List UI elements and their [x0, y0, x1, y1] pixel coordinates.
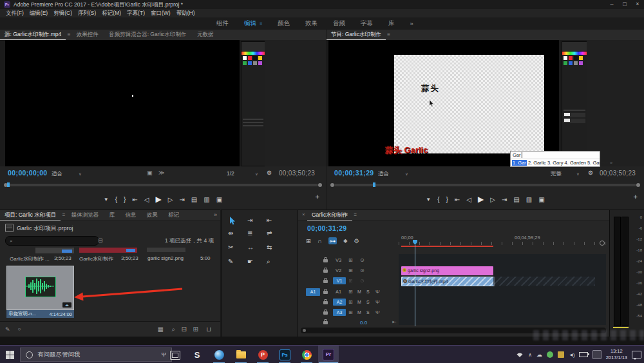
- step-forward-icon[interactable]: ▷: [490, 196, 495, 203]
- menu-clip[interactable]: 剪辑(C): [53, 10, 72, 17]
- ime-more-icon[interactable]: »: [610, 160, 612, 166]
- taskbar-app-p[interactable]: P: [252, 346, 273, 363]
- program-video-display[interactable]: 蒜头 蒜头 Garlic: [328, 40, 559, 166]
- button-editor-plus-icon[interactable]: +: [316, 193, 319, 201]
- rewind-icon[interactable]: ⇤: [392, 319, 397, 325]
- source-zoom-select[interactable]: 适合: [52, 170, 62, 178]
- timeline-timecode[interactable]: 00;00;31;29: [307, 224, 347, 232]
- item-name[interactable]: garlic sign2.png: [147, 255, 184, 261]
- ime-candidate-selected[interactable]: 1. Gar: [512, 160, 527, 166]
- breadcrumb[interactable]: Garlic 水印项目.prproj: [17, 224, 73, 233]
- automate-to-sequence-icon[interactable]: ▦: [158, 326, 164, 333]
- export-frame-icon[interactable]: ▣: [216, 196, 222, 203]
- tab-sequence[interactable]: Garlic水印制作: [307, 210, 352, 221]
- tab-audio-clip-mixer[interactable]: 音频剪辑混合器: Garlic水印制作: [104, 30, 191, 39]
- scrub-handle-left[interactable]: [330, 183, 334, 187]
- source-video-display[interactable]: [5, 40, 240, 166]
- track-meter-icon[interactable]: ⊞: [348, 268, 353, 273]
- track-label[interactable]: V2: [336, 268, 341, 273]
- go-to-out-icon[interactable]: ⇥: [179, 196, 184, 203]
- track-label[interactable]: A1: [336, 289, 341, 295]
- timeline-settings-icon[interactable]: ⚙: [354, 237, 359, 244]
- new-bin-icon[interactable]: ⊟: [182, 326, 187, 333]
- workspace-color[interactable]: 颜色: [278, 19, 290, 28]
- workspace-editing[interactable]: 编辑: [244, 19, 256, 28]
- item-name[interactable]: Garlic水印制作 ...: [10, 255, 52, 262]
- lock-icon[interactable]: [323, 291, 328, 294]
- minimize-button[interactable]: –: [605, 0, 618, 9]
- toggle-track-output-icon[interactable]: ⊙: [360, 257, 365, 263]
- lock-icon[interactable]: [323, 259, 328, 262]
- mark-in-icon[interactable]: {: [437, 196, 439, 203]
- toggle-track-output-icon[interactable]: ⊙: [360, 268, 365, 273]
- overwrite-icon[interactable]: ▥: [204, 196, 209, 203]
- battery-icon[interactable]: [579, 352, 588, 357]
- go-to-in-icon[interactable]: ⇤: [455, 196, 460, 203]
- solo-button[interactable]: S: [366, 289, 370, 294]
- menu-window[interactable]: 窗口(W): [151, 10, 171, 17]
- scrub-handle-right[interactable]: [318, 183, 322, 187]
- panel-menu-icon[interactable]: ≡: [68, 32, 71, 37]
- wifi-icon[interactable]: [516, 351, 524, 358]
- tray-expand-icon[interactable]: ∧: [528, 352, 532, 358]
- workspace-overflow-icon[interactable]: »: [410, 20, 413, 27]
- tab-libraries[interactable]: 库: [105, 210, 120, 220]
- tray-yellow-icon[interactable]: [558, 351, 564, 358]
- close-button[interactable]: ×: [631, 0, 644, 9]
- in-folder-icon[interactable]: ⊟: [98, 237, 103, 244]
- voiceover-mic-icon[interactable]: Ψ: [375, 289, 380, 295]
- slip-tool-icon[interactable]: ↔: [247, 244, 254, 251]
- settings-wrench-icon[interactable]: ⚙: [588, 170, 593, 176]
- settings-wrench-icon[interactable]: ⚙: [267, 170, 272, 176]
- pen-tool-icon[interactable]: ✎: [228, 258, 233, 265]
- linked-selection-icon[interactable]: ⊶: [328, 237, 337, 244]
- track-select-backward-tool-icon[interactable]: ⇤: [267, 217, 272, 224]
- search-input[interactable]: ⌕: [5, 236, 99, 246]
- workspace-titles[interactable]: 字幕: [361, 19, 373, 28]
- solo-button[interactable]: S: [366, 300, 370, 304]
- rolling-edit-tool-icon[interactable]: ≣: [247, 230, 252, 237]
- readonly-icon[interactable]: ✎: [5, 326, 10, 333]
- rate-stretch-tool-icon[interactable]: ⇌: [267, 230, 272, 237]
- menu-file[interactable]: 文件(F): [6, 10, 24, 17]
- track-meter-icon[interactable]: ⊞: [348, 299, 353, 305]
- add-marker-icon[interactable]: ▼: [426, 197, 431, 202]
- menu-sequence[interactable]: 序列(S): [78, 10, 96, 17]
- more-frames-icon[interactable]: ≫: [158, 170, 164, 176]
- maximize-button[interactable]: □: [618, 0, 631, 9]
- sequence-thumbnail-partial[interactable]: [79, 248, 137, 253]
- go-to-in-icon[interactable]: ⇤: [132, 196, 137, 203]
- toggle-track-output-icon[interactable]: ⊙: [360, 278, 365, 284]
- png-thumbnail-partial[interactable]: [147, 248, 185, 252]
- slide-tool-icon[interactable]: ⇆: [267, 244, 272, 251]
- voiceover-mic-icon[interactable]: Ψ: [375, 299, 380, 305]
- program-resolution-select[interactable]: 完整: [551, 170, 562, 178]
- title-editor-canvas[interactable]: 蒜头: [394, 55, 544, 153]
- workspace-libraries[interactable]: 库: [388, 19, 395, 28]
- track-select-forward-tool-icon[interactable]: ⇥: [247, 217, 252, 224]
- clock[interactable]: 13:12 2017/1/13: [606, 348, 627, 361]
- tab-markers[interactable]: 标记: [164, 210, 184, 220]
- program-timecode[interactable]: 00;00;31;29: [334, 169, 374, 177]
- ripple-edit-tool-icon[interactable]: ⇹: [228, 230, 233, 237]
- tab-effect-controls[interactable]: 效果控件: [72, 30, 103, 39]
- project-item-grid[interactable]: Garlic水印制作 ... 3;50;23 Garlic水印制作 3;50;2…: [0, 248, 220, 321]
- mute-button[interactable]: M: [357, 300, 361, 304]
- task-view-button[interactable]: [170, 351, 180, 360]
- start-button[interactable]: [0, 346, 19, 363]
- source-scrubber[interactable]: [0, 182, 326, 188]
- lift-icon[interactable]: ▤: [513, 196, 519, 203]
- tab-project[interactable]: 项目: Garlic 水印项目: [0, 210, 61, 221]
- tab-media-browser[interactable]: 媒体浏览器: [67, 210, 104, 220]
- find-icon[interactable]: ⌕: [171, 326, 175, 333]
- zoom-slider-handle[interactable]: ○: [18, 326, 21, 332]
- razor-tool-icon[interactable]: ✂: [228, 244, 233, 251]
- ime-candidates[interactable]: 2. Garlic 3. Gary 4. Garden 5. Garmin: [528, 160, 609, 166]
- track-meter-icon[interactable]: ⊞: [348, 309, 353, 315]
- insert-icon[interactable]: ▤: [191, 196, 197, 203]
- menu-help[interactable]: 帮助(H): [176, 10, 195, 17]
- master-gain-value[interactable]: 0.0: [360, 320, 367, 326]
- lock-icon[interactable]: [323, 301, 328, 304]
- scrollbar-knob[interactable]: [303, 329, 306, 332]
- step-back-icon[interactable]: ◁: [144, 196, 149, 203]
